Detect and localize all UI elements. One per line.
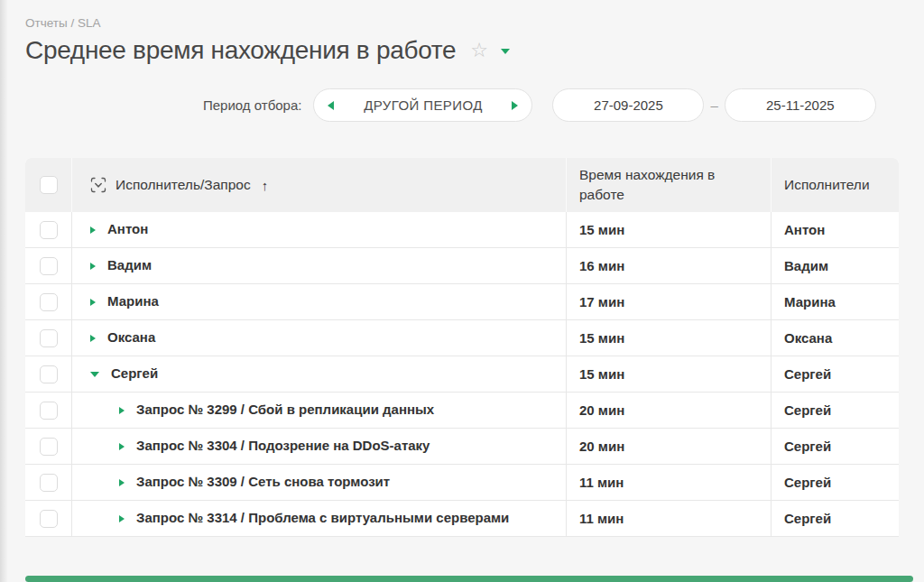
row-checkbox[interactable] (40, 329, 58, 347)
row-time-cell: 20 мин (567, 429, 772, 464)
row-checkbox[interactable] (40, 438, 58, 456)
row-time-cell: 11 мин (567, 501, 772, 536)
period-selector[interactable]: ДРУГОЙ ПЕРИОД (313, 88, 532, 122)
favorite-star-icon[interactable]: ☆ (470, 41, 488, 60)
row-checkbox-cell (25, 465, 72, 500)
next-period-icon[interactable] (512, 101, 518, 110)
row-executor-cell: Сергей (772, 465, 899, 500)
row-label[interactable]: Вадим (107, 256, 152, 274)
row-executor-value: Сергей (784, 402, 831, 418)
row-checkbox[interactable] (40, 510, 58, 528)
row-name-cell: Запрос № 3299 / Сбой в репликации данных (72, 393, 567, 428)
expander-icon[interactable] (90, 372, 99, 377)
row-name-cell: Оксана (72, 320, 567, 356)
expander-icon[interactable] (119, 443, 125, 450)
row-label[interactable]: Оксана (107, 328, 155, 346)
row-time-value: 11 мин (579, 475, 624, 490)
expander-icon[interactable] (119, 479, 125, 486)
row-time-value: 17 мин (579, 294, 624, 309)
row-checkbox-cell (25, 284, 72, 319)
row-checkbox-cell (25, 248, 72, 283)
row-checkbox[interactable] (40, 402, 58, 420)
row-executor-value: Вадим (784, 258, 828, 273)
expander-icon[interactable] (119, 407, 125, 414)
report-page: Отчеты / SLA Среднее время нахождения в … (0, 0, 924, 537)
row-name-cell: Сергей (72, 356, 567, 392)
table-row: Запрос № 3309 / Сеть снова тормозит 11 м… (25, 465, 899, 501)
row-checkbox[interactable] (40, 221, 58, 239)
row-name-cell: Вадим (72, 248, 567, 283)
row-executor-value: Сергей (784, 366, 831, 382)
table-row: Оксана 15 мин Оксана (25, 320, 899, 356)
header-executor-request-label: Исполнитель/Запрос (116, 177, 251, 193)
page-title: Среднее время нахождения в работе (25, 36, 456, 65)
row-label[interactable]: Запрос № 3299 / Сбой в репликации данных (136, 401, 434, 419)
row-checkbox[interactable] (40, 474, 58, 492)
row-executor-cell: Сергей (772, 356, 899, 392)
row-name-cell: Запрос № 3309 / Сеть снова тормозит (72, 465, 567, 500)
title-menu-caret-icon[interactable] (501, 49, 510, 54)
header-executor-request[interactable]: Исполнитель/Запрос ↑ (72, 158, 567, 212)
row-executor-value: Антон (784, 222, 825, 237)
row-label[interactable]: Антон (107, 220, 148, 238)
select-all-cell (25, 158, 72, 212)
expander-icon[interactable] (90, 263, 96, 270)
row-time-value: 15 мин (579, 366, 624, 382)
row-checkbox-cell (25, 429, 72, 464)
expander-icon[interactable] (90, 335, 96, 342)
table-row: Запрос № 3304 / Подозрение на DDoS-атаку… (25, 429, 899, 465)
row-checkbox[interactable] (40, 365, 58, 383)
row-time-cell: 15 мин (567, 212, 772, 247)
row-checkbox-cell (25, 393, 72, 428)
header-executors-label: Исполнители (784, 177, 870, 193)
row-time-value: 16 мин (579, 258, 624, 273)
row-name-cell: Марина (72, 284, 567, 319)
row-executor-cell: Сергей (772, 429, 899, 464)
table-body: Антон 15 мин Антон Вадим 16 мин Вадим Ма… (25, 212, 899, 537)
row-label[interactable]: Запрос № 3304 / Подозрение на DDoS-атаку (136, 437, 430, 455)
row-checkbox[interactable] (40, 257, 58, 275)
row-label[interactable]: Запрос № 3314 / Проблема с виртуальными … (136, 509, 509, 527)
table-row: Антон 15 мин Антон (25, 212, 899, 248)
period-value: ДРУГОЙ ПЕРИОД (364, 97, 483, 113)
header-executors[interactable]: Исполнители (772, 158, 899, 212)
row-time-cell: 20 мин (567, 393, 772, 428)
expander-icon[interactable] (119, 515, 125, 522)
expander-icon[interactable] (90, 226, 96, 234)
row-name-cell: Запрос № 3314 / Проблема с виртуальными … (72, 501, 567, 536)
row-executor-value: Сергей (784, 511, 831, 526)
horizontal-scrollbar-thumb[interactable] (25, 576, 913, 582)
date-to-input[interactable]: 25-11-2025 (725, 88, 876, 122)
table-row: Вадим 16 мин Вадим (25, 248, 899, 284)
report-table: Исполнитель/Запрос ↑ Время нахождения в … (25, 158, 899, 537)
select-all-checkbox[interactable] (40, 176, 58, 194)
expander-icon[interactable] (90, 299, 96, 306)
row-time-value: 20 мин (579, 402, 624, 418)
period-filter-label: Период отбора: (203, 97, 301, 113)
previous-period-icon[interactable] (328, 101, 334, 110)
row-executor-cell: Оксана (772, 320, 899, 356)
row-label[interactable]: Марина (107, 292, 159, 310)
header-time-in-work[interactable]: Время нахождения в работе (567, 158, 772, 212)
row-label[interactable]: Сергей (111, 365, 158, 383)
row-time-value: 15 мин (579, 330, 624, 346)
row-checkbox-cell (25, 356, 72, 392)
header-time-in-work-label: Время нахождения в работе (579, 165, 737, 206)
row-executor-value: Сергей (784, 439, 831, 454)
breadcrumb[interactable]: Отчеты / SLA (25, 16, 899, 30)
row-executor-cell: Антон (772, 212, 899, 247)
row-checkbox[interactable] (40, 293, 58, 311)
expand-all-icon[interactable] (90, 177, 106, 193)
row-executor-value: Оксана (784, 330, 832, 346)
row-executor-cell: Вадим (772, 248, 899, 283)
row-label[interactable]: Запрос № 3309 / Сеть снова тормозит (136, 473, 390, 491)
table-row: Запрос № 3299 / Сбой в репликации данных… (25, 393, 899, 429)
sort-ascending-icon[interactable]: ↑ (262, 178, 269, 193)
row-time-cell: 11 мин (567, 465, 772, 500)
table-header-row: Исполнитель/Запрос ↑ Время нахождения в … (25, 158, 899, 212)
row-time-value: 11 мин (579, 511, 624, 526)
title-row: Среднее время нахождения в работе ☆ (25, 36, 899, 65)
row-checkbox-cell (25, 212, 72, 247)
date-from-input[interactable]: 27-09-2025 (552, 88, 704, 122)
row-time-cell: 16 мин (567, 248, 772, 283)
